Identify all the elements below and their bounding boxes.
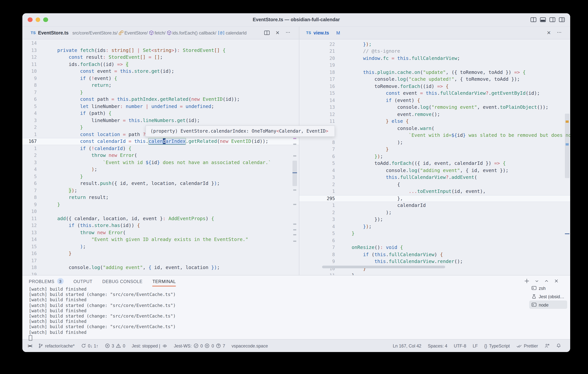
code-line: 8 if (this.fullCalendarView) { xyxy=(299,251,570,258)
horizontal-scrollbar[interactable] xyxy=(322,266,445,268)
toggle-panel-icon[interactable] xyxy=(540,17,546,22)
scrollbar-thumb[interactable] xyxy=(293,161,297,186)
close-tab-icon[interactable]: ✕ xyxy=(547,30,551,36)
tab-output[interactable]: OUTPUT xyxy=(74,276,93,287)
close-tab-icon[interactable]: ✕ xyxy=(275,30,280,36)
token xyxy=(46,68,80,74)
token: this xyxy=(117,96,128,102)
token: "update" xyxy=(423,69,446,75)
token: ), xyxy=(480,188,486,194)
code-text: const path = this.pathIndex.getRelated(n… xyxy=(37,96,240,103)
code-line: 4 }); xyxy=(299,223,570,230)
code-line: 13 private fetch(ids: string[] | Set<str… xyxy=(22,47,299,54)
split-editor-icon[interactable] xyxy=(549,17,556,22)
token xyxy=(46,236,92,242)
tab-eventstore[interactable]: EventStore.ts xyxy=(38,30,69,35)
token: log xyxy=(420,104,429,110)
formatter-status[interactable]: Prettier xyxy=(516,343,538,348)
token: fullCalendarView xyxy=(400,174,446,180)
indentation[interactable]: Spaces: 4 xyxy=(428,343,447,348)
jest-ws-status[interactable]: Jest-WS: 0 0 7 xyxy=(174,343,225,348)
git-sync[interactable]: 0↓ 1↑ xyxy=(81,343,98,348)
close-panel-icon[interactable] xyxy=(554,278,559,283)
code-text: return; xyxy=(37,82,111,89)
token: calendarId xyxy=(397,202,426,208)
code-text: } xyxy=(37,250,72,257)
token: } xyxy=(157,215,163,221)
token: calen xyxy=(148,138,163,144)
editor-view[interactable]: 23 });22 });21 // @ts-ignore20 window.fc… xyxy=(299,39,570,275)
token xyxy=(46,159,103,165)
token: ); xyxy=(534,90,540,96)
scrollbar-thumb[interactable] xyxy=(565,114,569,178)
titlebar[interactable]: EventStore.ts — obsidian-full-calendar xyxy=(22,13,570,27)
code-text: if (path) { xyxy=(37,110,111,117)
token: ( xyxy=(134,152,137,158)
more-actions-icon[interactable] xyxy=(285,29,291,36)
cursor-position[interactable]: Ln 167, Col 42 xyxy=(393,343,421,348)
toggle-sidebar-icon[interactable] xyxy=(530,17,536,22)
code-text: { xyxy=(335,181,400,188)
tab-debug-console[interactable]: DEBUG CONSOLE xyxy=(102,276,143,287)
breadcrumb-method[interactable]: fetch/ xyxy=(155,30,166,35)
terminal-output[interactable]: [watch] build finished[watch] build star… xyxy=(29,287,521,342)
token: const xyxy=(80,138,97,144)
new-terminal-icon[interactable] xyxy=(524,278,530,284)
token: ... xyxy=(409,188,417,194)
token: const xyxy=(80,96,97,102)
breadcrumb-symbol[interactable]: calendarId xyxy=(226,30,246,35)
breadcrumb-callback[interactable]: ids.forEach() callback/ xyxy=(172,30,216,35)
tab-terminal[interactable]: TERMINAL xyxy=(152,276,176,287)
token: ); xyxy=(386,209,392,215)
remote-indicator[interactable]: >< xyxy=(28,343,32,348)
line-number: 2 xyxy=(22,152,37,159)
token: { xyxy=(211,215,214,221)
terminal-dropdown-icon[interactable] xyxy=(535,279,539,283)
language-mode[interactable]: {} TypeScript xyxy=(484,343,510,348)
tab-view[interactable]: view.ts xyxy=(314,30,329,35)
token: log xyxy=(397,76,406,82)
terminal-item-jest[interactable]: Jest (obsid… xyxy=(529,292,567,300)
token xyxy=(46,173,80,179)
token: . xyxy=(406,167,409,173)
token: render xyxy=(437,258,454,264)
split-editor-icon[interactable] xyxy=(264,30,270,35)
git-branch[interactable]: refactor/cache* xyxy=(38,343,75,348)
terminal-item-node[interactable]: node xyxy=(529,300,567,309)
tab-problems[interactable]: PROBLEMS 3 xyxy=(29,276,64,287)
code-text: if (this.store.has(id)) { xyxy=(37,222,140,229)
code-line: 15 ); xyxy=(22,243,299,250)
eol-sequence[interactable]: LF xyxy=(473,343,478,348)
feedback[interactable] xyxy=(545,343,550,348)
token: toAdd xyxy=(494,76,508,82)
token: ( xyxy=(189,96,191,102)
breadcrumb-class[interactable]: EventStore/ xyxy=(125,30,148,35)
encoding[interactable]: UTF-8 xyxy=(454,343,466,348)
problems-summary[interactable]: 3 0 xyxy=(105,343,125,348)
remote-icon: >< xyxy=(28,343,32,348)
code-line: 5 } xyxy=(22,173,299,180)
line-number: 10 xyxy=(22,208,37,215)
breadcrumb-path[interactable]: src/core/EventStore.ts/ xyxy=(72,30,118,35)
token: . xyxy=(434,258,437,264)
double-check-icon xyxy=(516,343,522,348)
token: id xyxy=(457,132,463,138)
line-number: 20 xyxy=(299,55,335,62)
token: , xyxy=(477,167,483,173)
jest-status[interactable]: Jest: stopped | xyxy=(132,343,167,348)
code-line: 20 window.fc = this.fullCalendarView; xyxy=(299,55,570,62)
editor-eventstore[interactable]: 1413 private fetch(ids: string[] | Set<s… xyxy=(22,39,299,275)
terminal-item-zsh[interactable]: zsh xyxy=(529,284,567,292)
tab-bar: TS EventStore.ts src/core/EventStore.ts/… xyxy=(22,27,570,39)
token xyxy=(340,202,397,208)
more-actions-icon[interactable] xyxy=(556,29,562,36)
line-number: 15 xyxy=(22,243,37,250)
token: . xyxy=(186,138,189,144)
maximize-panel-icon[interactable] xyxy=(544,278,549,283)
token: (); xyxy=(454,258,463,264)
customize-layout-icon[interactable] xyxy=(559,17,565,22)
notifications[interactable] xyxy=(556,343,561,348)
token: ? xyxy=(140,131,146,137)
token: id xyxy=(123,223,129,228)
extension-vspacecode[interactable]: vspacecode.space xyxy=(231,343,268,348)
